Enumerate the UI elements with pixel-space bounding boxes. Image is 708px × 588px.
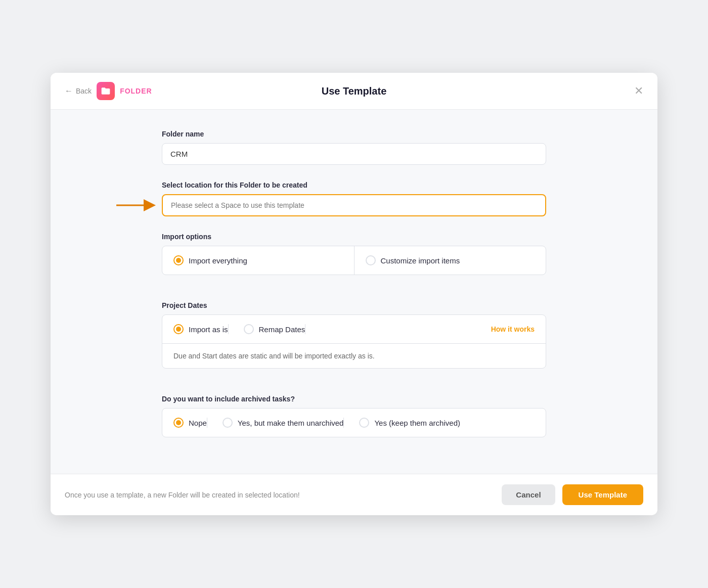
remap-dates-option[interactable]: Remap Dates [244, 324, 306, 334]
back-label: Back [76, 87, 92, 95]
archived-section: Do you want to include archived tasks? N… [162, 395, 546, 437]
footer-note: Once you use a template, a new Folder wi… [65, 491, 300, 499]
folder-name-input[interactable] [162, 143, 546, 165]
folder-svg [101, 86, 111, 96]
header-left: ← Back FOLDER [65, 82, 152, 100]
customize-import-label: Customize import items [381, 256, 460, 265]
back-button[interactable]: ← Back [65, 86, 92, 96]
import-everything-label: Import everything [189, 256, 247, 265]
import-as-is-label: Import as is [189, 325, 228, 334]
remap-dates-radio [244, 324, 254, 334]
project-dates-box: Import as is Remap Dates How it works Du… [162, 314, 546, 369]
cancel-button[interactable]: Cancel [502, 484, 555, 505]
dates-description: Due and Start dates are static and will … [162, 344, 546, 368]
dates-options-row: Import as is Remap Dates How it works [162, 315, 546, 344]
import-everything-radio [173, 255, 184, 265]
project-dates-label: Project Dates [162, 301, 546, 309]
yes-keep-archived-label: Yes (keep them archived) [374, 419, 460, 427]
archived-options-row: Nope Yes, but make them unarchived Yes (… [162, 408, 546, 437]
yes-unarchived-option[interactable]: Yes, but make them unarchived [223, 418, 344, 428]
import-options-label: Import options [162, 233, 546, 241]
remap-dates-label: Remap Dates [259, 325, 305, 334]
import-everything-dot [176, 258, 181, 263]
modal-container: ← Back FOLDER Use Template ✕ Folder name… [51, 73, 657, 515]
folder-name-label: Folder name [162, 130, 546, 138]
folder-label: FOLDER [120, 87, 152, 95]
nope-label: Nope [189, 419, 207, 427]
yes-keep-archived-option[interactable]: Yes (keep them archived) [359, 418, 460, 428]
arrow-svg [116, 198, 157, 212]
location-label: Select location for this Folder to be cr… [162, 181, 546, 189]
import-everything-option[interactable]: Import everything [162, 246, 355, 275]
back-arrow-icon: ← [65, 86, 73, 96]
nope-dot [176, 420, 181, 425]
modal-title: Use Template [322, 85, 387, 97]
nope-radio [173, 418, 184, 428]
location-section: Select location for this Folder to be cr… [162, 181, 546, 216]
customize-import-radio [366, 255, 376, 265]
folder-icon [97, 82, 115, 100]
footer-actions: Cancel Use Template [502, 484, 643, 505]
yes-unarchived-radio [223, 418, 233, 428]
import-as-is-radio [173, 324, 184, 334]
customize-import-option[interactable]: Customize import items [355, 246, 546, 275]
close-button[interactable]: ✕ [634, 85, 643, 97]
import-as-is-dot [176, 327, 181, 332]
how-it-works-button[interactable]: How it works [491, 325, 535, 333]
location-input-wrapper [162, 194, 546, 216]
import-options-row: Import everything Customize import items [162, 246, 546, 275]
arrow-indicator [116, 198, 157, 212]
use-template-button[interactable]: Use Template [562, 484, 643, 505]
project-dates-section: Project Dates Import as is Remap Dates H… [162, 301, 546, 369]
location-input[interactable] [162, 194, 546, 216]
modal-body: Folder name Select location for this Fol… [51, 110, 657, 474]
archived-label: Do you want to include archived tasks? [162, 395, 546, 403]
import-as-is-option[interactable]: Import as is [173, 324, 229, 334]
nope-option[interactable]: Nope [173, 418, 207, 428]
modal-footer: Once you use a template, a new Folder wi… [51, 474, 657, 515]
import-options-box: Import everything Customize import items [162, 246, 546, 275]
yes-keep-archived-radio [359, 418, 369, 428]
modal-header: ← Back FOLDER Use Template ✕ [51, 73, 657, 110]
yes-unarchived-label: Yes, but make them unarchived [238, 419, 344, 427]
folder-name-section: Folder name [162, 130, 546, 165]
import-options-section: Import options Import everything Customi… [162, 233, 546, 275]
